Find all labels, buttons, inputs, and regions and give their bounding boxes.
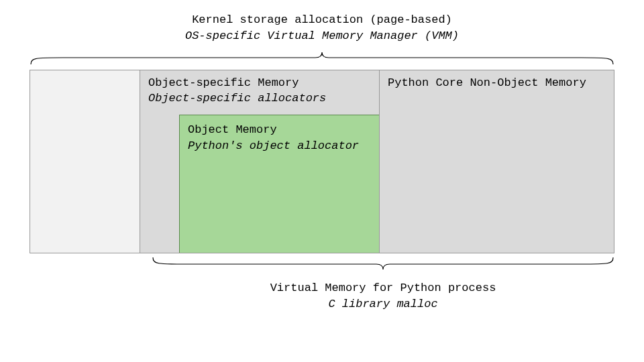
python-core-line1: Python Core Non-Object Memory xyxy=(388,76,606,91)
memory-diagram-container: Object-specific Memory Object-specific a… xyxy=(30,70,614,253)
column-python-core: Python Core Non-Object Memory xyxy=(379,70,614,253)
object-memory-line2: Python's object allocator xyxy=(188,138,371,154)
bottom-curly-brace xyxy=(152,256,614,271)
object-memory-line1: Object Memory xyxy=(188,122,371,138)
object-specific-line2: Object-specific allocators xyxy=(148,91,371,107)
object-specific-line1: Object-specific Memory xyxy=(148,76,371,91)
top-label-block: Kernel storage allocation (page-based) O… xyxy=(30,12,614,44)
column-object-specific: Object-specific Memory Object-specific a… xyxy=(140,70,379,253)
bottom-label-block: Virtual Memory for Python process C libr… xyxy=(152,280,614,312)
top-label-line2: OS-specific Virtual Memory Manager (VMM) xyxy=(30,28,614,44)
bottom-label-line1: Virtual Memory for Python process xyxy=(152,280,614,296)
object-memory-box: Object Memory Python's object allocator xyxy=(179,115,379,253)
top-curly-brace xyxy=(30,51,614,66)
column-leftmost-empty xyxy=(30,70,140,253)
bottom-label-line2: C library malloc xyxy=(152,296,614,312)
top-label-line1: Kernel storage allocation (page-based) xyxy=(30,12,614,28)
object-specific-header: Object-specific Memory Object-specific a… xyxy=(140,70,379,111)
